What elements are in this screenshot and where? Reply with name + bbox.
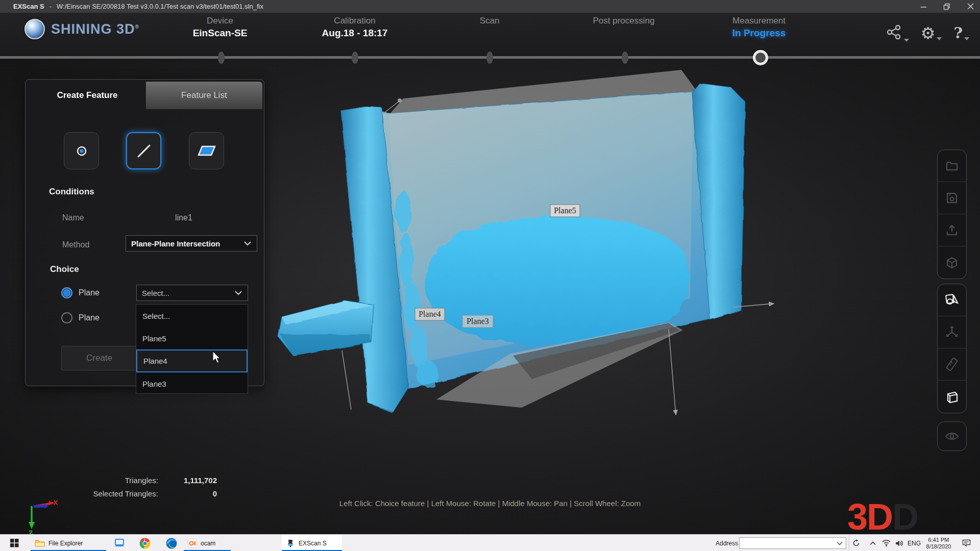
open-project-button[interactable] <box>938 150 966 182</box>
progress-dot-calibration <box>352 52 358 64</box>
help-caret-icon <box>964 37 969 40</box>
progress-dot-measurement-active <box>753 50 768 65</box>
cube-icon <box>945 256 959 269</box>
taskbar-ocam[interactable]: ocam <box>184 535 231 551</box>
project-path: W:/Einscan SE/200818 Test v3.0.0.1/Test … <box>57 3 263 10</box>
brand-logo: SHINING 3D® <box>24 19 139 39</box>
title-bar: EXScan S - W:/Einscan SE/200818 Test v3.… <box>0 0 980 13</box>
mouse-cursor <box>212 351 224 366</box>
tab-feature-list[interactable]: Feature List <box>145 82 262 109</box>
line-feature-button[interactable] <box>126 132 161 169</box>
start-icon <box>10 539 19 547</box>
brand-name: SHINING 3D® <box>51 21 139 37</box>
model-view-button[interactable] <box>938 246 966 279</box>
plane1-radio-label: Plane <box>79 288 100 297</box>
visibility-group <box>937 421 967 451</box>
point-feature-icon <box>75 144 88 158</box>
folder-icon <box>945 159 959 172</box>
axis-icon <box>945 325 959 339</box>
option-plane4[interactable]: Plane4 <box>136 349 248 372</box>
plane3-label[interactable]: Plane3 <box>462 315 493 328</box>
save-button[interactable] <box>938 182 966 214</box>
nav-step-measurement[interactable]: Measurement In Progress <box>698 13 820 39</box>
minimize-icon[interactable] <box>919 2 928 11</box>
registered-mark: ® <box>135 24 139 30</box>
chevron-down-icon <box>234 290 242 295</box>
plane-endpoint-dot <box>398 98 402 103</box>
start-button[interactable] <box>4 535 24 551</box>
alignment-tool-button[interactable] <box>938 316 966 348</box>
plane-feature-button[interactable] <box>189 132 224 169</box>
save-icon <box>945 191 959 205</box>
svg-text:Plane3: Plane3 <box>467 317 489 325</box>
chevron-up-icon <box>870 541 876 545</box>
plane5-label[interactable]: Plane5 <box>550 205 580 217</box>
plane4-label[interactable]: Plane4 <box>415 308 445 320</box>
name-label: Name <box>62 213 84 222</box>
address-input[interactable] <box>739 537 846 549</box>
tray-action-center[interactable] <box>959 535 974 551</box>
nav-step-scan[interactable]: Scan <box>428 13 551 28</box>
progress-dot-scan <box>486 52 493 64</box>
feature-tool-button[interactable] <box>938 284 966 316</box>
eye-icon <box>945 431 959 441</box>
plane2-radio[interactable] <box>61 312 72 323</box>
progress-dot-post-processing <box>622 52 628 64</box>
point-feature-button[interactable] <box>64 132 99 169</box>
progress-dot-device <box>218 52 225 64</box>
name-value[interactable]: line1 <box>148 213 219 222</box>
app-title: EXScan S <box>13 3 44 10</box>
export-icon <box>945 223 959 237</box>
chevron-down-icon <box>837 541 843 545</box>
selected-triangles-label: Selected Triangles: <box>51 489 158 498</box>
restore-icon[interactable] <box>942 2 951 11</box>
share-caret-icon <box>904 39 909 42</box>
plane-select-dropdown[interactable]: Select... <box>136 285 248 301</box>
taskbar-chrome[interactable] <box>136 535 154 551</box>
tray-chevron-up[interactable] <box>867 535 879 551</box>
option-select[interactable]: Select... <box>136 305 248 327</box>
taskbar-monitor[interactable] <box>110 535 129 551</box>
nav-step-calibration[interactable]: Calibration Aug.18 - 18:17 <box>293 13 416 39</box>
ruler-icon <box>945 357 959 371</box>
title-separator: - <box>50 3 52 10</box>
plane1-radio[interactable] <box>61 287 72 298</box>
tray-date: 8/18/2020 <box>926 543 951 550</box>
share-icon[interactable] <box>886 24 902 42</box>
option-plane3[interactable]: Plane3 <box>136 372 248 395</box>
taskbar-file-explorer[interactable]: File Explorer <box>31 535 106 551</box>
gear-caret-icon <box>937 37 942 40</box>
tray-clock[interactable]: 6:41 PM 8/18/2020 <box>923 535 954 551</box>
option-plane5[interactable]: Plane5 <box>136 327 248 349</box>
nav-step-device[interactable]: Device EinScan-SE <box>159 13 281 39</box>
tab-create-feature[interactable]: Create Feature <box>29 82 145 109</box>
visibility-button[interactable] <box>938 422 966 450</box>
folder-icon <box>35 539 45 547</box>
measure-tool-button[interactable] <box>938 348 966 381</box>
help-icon[interactable]: ? <box>953 26 963 41</box>
address-go-button[interactable] <box>849 535 863 551</box>
line-feature-icon <box>135 142 153 160</box>
taskbar-exscan[interactable]: EXScan S <box>282 535 342 551</box>
file-tool-group <box>937 149 967 279</box>
tray-network[interactable] <box>880 535 892 551</box>
3dd-watermark: 3DD <box>847 500 918 533</box>
svg-text:Plane4: Plane4 <box>419 310 441 318</box>
monitor-icon <box>114 539 125 547</box>
edge-icon <box>166 538 177 549</box>
nav-step-post-processing[interactable]: Post processing <box>562 13 685 28</box>
method-dropdown[interactable]: Plane-Plane Intersection <box>126 235 257 252</box>
export-button[interactable] <box>938 214 966 246</box>
bounding-box-button[interactable] <box>938 381 966 413</box>
wifi-icon <box>882 540 891 546</box>
gear-icon[interactable]: ⚙ <box>921 26 936 41</box>
tray-time: 6:41 PM <box>926 537 951 543</box>
method-label: Method <box>62 240 89 249</box>
taskbar-edge[interactable] <box>162 535 181 551</box>
plane-feature-icon <box>197 144 217 158</box>
tray-volume[interactable] <box>893 535 905 551</box>
tray-language[interactable]: ENG <box>906 535 922 551</box>
create-button[interactable]: Create <box>61 346 137 370</box>
triangles-label: Triangles: <box>51 476 158 485</box>
close-icon[interactable] <box>966 2 975 11</box>
